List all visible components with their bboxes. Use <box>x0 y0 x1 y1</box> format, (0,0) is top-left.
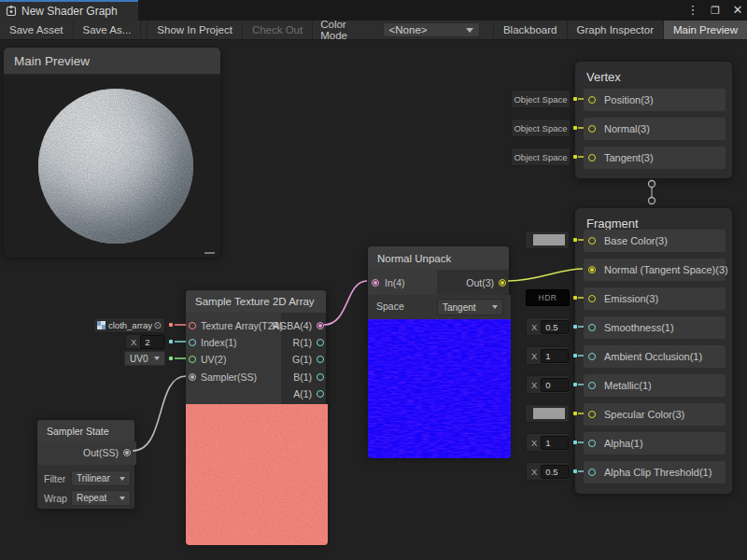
blackboard-toggle-button[interactable]: Blackboard <box>493 21 568 39</box>
position-widget-dot <box>573 97 577 101</box>
main-preview-panel[interactable]: Main Preview <box>3 47 221 258</box>
tangent-input-port[interactable] <box>588 154 596 161</box>
normal-space-selector[interactable]: Object Space <box>511 119 571 137</box>
emission-input-port[interactable] <box>588 295 596 302</box>
edge-out-to-normal-ts[interactable] <box>508 269 583 281</box>
normal-input-port[interactable] <box>588 125 596 133</box>
edge-sampler-state-to-sampler[interactable] <box>133 376 186 451</box>
color-mode-dropdown[interactable]: <None> <box>383 22 480 37</box>
sample-texture-node-title: Sample Texture 2D Array <box>186 296 315 307</box>
position-space-selector[interactable]: Object Space <box>511 90 571 108</box>
base-color-input-port[interactable] <box>588 237 596 245</box>
object-picker-icon[interactable]: ⊙ <box>154 321 162 330</box>
a-output-label: A(1) <box>293 388 312 399</box>
alpha-value[interactable]: 1 <box>541 436 569 450</box>
smoothness-value[interactable]: 0.5 <box>541 320 569 334</box>
ambient-occlusion-value-field[interactable]: X 1 <box>526 346 570 365</box>
metallic-value-field[interactable]: X 0 <box>526 375 570 394</box>
smoothness-value-field[interactable]: X 0.5 <box>526 317 570 336</box>
fragment-node[interactable]: Fragment Base Color(3) Normal (Tangent S… <box>574 207 733 495</box>
vertex-node[interactable]: Vertex Position(3) Normal(3) Tangent(3) <box>574 61 733 179</box>
graph-inspector-toggle-button[interactable]: Graph Inspector <box>568 21 664 39</box>
chevron-down-icon <box>120 497 125 500</box>
g-output-port[interactable] <box>317 356 324 363</box>
fragment-in-connector[interactable] <box>649 198 655 204</box>
shader-graph-window: New Shader Graph ⋮ ❐ ✕ Save Asset Save A… <box>0 0 747 560</box>
preview-sphere[interactable] <box>38 89 193 244</box>
sampler-state-node[interactable]: Sampler State Out(SS) Filter Trilinear W… <box>36 419 135 510</box>
wrap-label: Wrap <box>44 493 67 504</box>
out-port[interactable] <box>499 279 506 287</box>
sampler-input-port[interactable] <box>189 373 196 381</box>
out-ss-port[interactable] <box>123 449 131 456</box>
smoothness-input-port[interactable] <box>588 324 596 331</box>
texture-array-object-field[interactable]: cloth_array ⊙ <box>93 317 165 333</box>
position-input-port[interactable] <box>588 96 596 104</box>
maximize-icon[interactable]: ❐ <box>708 0 723 21</box>
sampler-input-label: Sampler(SS) <box>201 371 257 383</box>
toolbar: Save Asset Save As... Show In Project Ch… <box>0 21 747 40</box>
wrap-dropdown[interactable]: Repeat <box>71 490 131 506</box>
hdr-badge: HDR <box>539 293 557 302</box>
close-icon[interactable]: ✕ <box>730 0 745 21</box>
alpha-clip-value-field[interactable]: X 0.5 <box>526 462 570 481</box>
specular-color-swatch[interactable] <box>525 404 570 423</box>
chevron-down-icon <box>492 305 498 309</box>
fragment-slot-specular-color: Specular Color(3) <box>584 403 726 426</box>
space-label: Space <box>376 301 404 312</box>
texture-array-input-port[interactable] <box>189 322 196 329</box>
save-as-button[interactable]: Save As... <box>74 21 142 39</box>
sample-texture-2d-array-node[interactable]: Sample Texture 2D Array Texture Array(T2… <box>185 289 327 544</box>
vertex-slot-position: Position(3) <box>584 89 726 111</box>
alpha-clip-input-port[interactable] <box>588 469 596 476</box>
kebab-menu-icon[interactable]: ⋮ <box>685 0 700 21</box>
fragment-slot-smoothness: Smoothness(1) <box>584 316 726 339</box>
ambient-occlusion-value[interactable]: 1 <box>541 349 569 363</box>
tangent-space-value: Object Space <box>514 152 567 162</box>
base-color-swatch[interactable] <box>525 231 570 249</box>
texture-array-widget-dot <box>169 323 173 327</box>
ambient-occlusion-input-port[interactable] <box>588 353 596 360</box>
smoothness-slot-label: Smoothness(1) <box>604 316 674 339</box>
rgba-output-port[interactable] <box>317 322 324 329</box>
metallic-slot-label: Metallic(1) <box>604 374 652 397</box>
show-in-project-button[interactable]: Show In Project <box>147 21 243 39</box>
b-output-port[interactable] <box>317 373 324 381</box>
alpha-clip-value[interactable]: 0.5 <box>541 465 569 479</box>
space-dropdown[interactable]: Tangent <box>437 299 503 315</box>
fragment-node-title: Fragment <box>586 217 639 231</box>
tangent-space-selector[interactable]: Object Space <box>511 147 571 166</box>
in-port[interactable] <box>372 279 379 287</box>
normal-ts-slot-label: Normal (Tangent Space)(3) <box>604 259 728 281</box>
specular-color-input-port[interactable] <box>588 411 596 418</box>
main-preview-toggle-button[interactable]: Main Preview <box>664 21 747 39</box>
index-input-port[interactable] <box>189 339 196 346</box>
metallic-value[interactable]: 0 <box>541 378 569 392</box>
vertex-out-connector[interactable] <box>649 181 655 188</box>
index-value-field[interactable]: X 2 <box>125 334 165 349</box>
panel-resize-handle[interactable] <box>204 252 215 254</box>
alpha-widget-dot <box>573 441 577 444</box>
x-prefix-label: X <box>531 438 537 448</box>
uv-channel-dropdown[interactable]: UV0 <box>124 351 165 366</box>
filter-dropdown[interactable]: Trilinear <box>71 470 131 486</box>
metallic-input-port[interactable] <box>588 382 596 389</box>
r-output-port[interactable] <box>317 339 324 346</box>
alpha-input-port[interactable] <box>588 440 596 447</box>
alpha-clip-slot-label: Alpha Clip Threshold(1) <box>604 461 712 483</box>
normal-ts-input-port[interactable] <box>588 266 596 273</box>
fragment-slot-emission: Emission(3) <box>584 287 726 310</box>
normal-unpack-node[interactable]: Normal Unpack In(4) Out(3) Space Tangent <box>367 245 510 457</box>
emission-hdr-swatch[interactable]: HDR <box>526 289 570 306</box>
index-value[interactable]: 2 <box>140 335 164 349</box>
a-output-port[interactable] <box>317 390 324 398</box>
uv-input-port[interactable] <box>189 356 196 363</box>
fragment-slot-alpha: Alpha(1) <box>584 432 726 455</box>
tab-new-shader-graph[interactable]: New Shader Graph <box>0 0 138 21</box>
edge-rgba-to-in[interactable] <box>324 281 367 325</box>
position-slot-label: Position(3) <box>604 89 654 111</box>
alpha-value-field[interactable]: X 1 <box>526 433 570 452</box>
save-asset-button[interactable]: Save Asset <box>0 21 74 39</box>
rgba-output-label: RGBA(4) <box>272 320 312 331</box>
sampler-state-title: Sampler State <box>37 426 109 437</box>
